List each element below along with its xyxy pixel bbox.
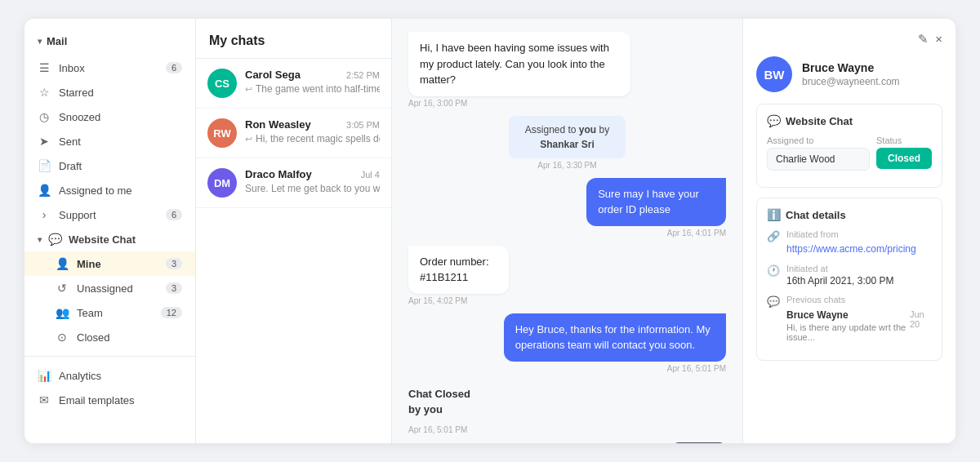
chat-info-ron: Ron Weasley 3:05 PM ↩ Hi, the recent mag… [245, 118, 380, 144]
sidebar: ▾ Mail ☰ Inbox 6 ☆ Starred ◷ Snoozed ➤ S… [24, 19, 196, 443]
chat-preview-ron: ↩ Hi, the recent magic spells don't s... [245, 133, 380, 144]
sidebar-title: Mail [47, 35, 67, 47]
sidebar-label-website-chat: Website Chat [69, 233, 136, 246]
avatar-carol: CS [207, 69, 237, 98]
close-icon[interactable]: × [935, 32, 942, 47]
sidebar-label-starred: Starred [59, 87, 94, 99]
support-badge: 6 [166, 209, 182, 220]
sidebar-item-sent[interactable]: ➤ Sent [24, 129, 195, 153]
sidebar-divider [24, 356, 195, 357]
chat-item-carol[interactable]: CS Carol Sega 2:52 PM ↩ The game went in… [196, 59, 391, 109]
chat-name-ron: Ron Weasley [245, 118, 311, 131]
initiated-at-row: 🕐 Initiated at 16th April 2021, 3:00 PM [767, 264, 932, 287]
sidebar-item-starred[interactable]: ☆ Starred [24, 80, 195, 104]
team-icon: 👥 [56, 306, 69, 319]
chat-info-title: 💬 Website Chat [767, 114, 932, 127]
msg-row-6: Chat Closed by you Apr 16, 5:01 PM [408, 381, 726, 434]
unassigned-badge: 3 [166, 282, 182, 294]
chat-name-row-draco: Draco Malfoy Jul 4 [245, 168, 380, 180]
chat-name-row-carol: Carol Sega 2:52 PM [245, 69, 380, 81]
chat-time-ron: 3:05 PM [346, 120, 380, 130]
link-icon: 🔗 [767, 230, 780, 242]
chat-info-carol: Carol Sega 2:52 PM ↩ The game went into … [245, 69, 380, 95]
chat-preview-draco: Sure. Let me get back to you with... [245, 183, 380, 194]
messages-area: Hi, I have been having some issues with … [392, 19, 742, 443]
conversation-panel: Hi, I have been having some issues with … [392, 19, 743, 443]
sidebar-label-closed: Closed [77, 331, 109, 344]
edit-icon[interactable]: ✎ [918, 32, 929, 47]
team-badge: 12 [161, 307, 182, 318]
msg-wrapper-6: Chat Closed by you Apr 16, 5:01 PM [408, 381, 507, 434]
assigned-to-value[interactable]: Charlie Wood [767, 148, 870, 171]
support-chevron-icon: › [38, 208, 51, 221]
msg-row-2: Assigned to you by Shankar Sri Apr 16, 3… [408, 116, 726, 170]
assign-bold: you [579, 124, 596, 135]
chat-item-ron[interactable]: RW Ron Weasley 3:05 PM ↩ Hi, the recent … [196, 109, 391, 158]
chat-item-draco[interactable]: DM Draco Malfoy Jul 4 Sure. Let me get b… [196, 158, 391, 208]
chat-preview-text-draco: Sure. Let me get back to you with... [245, 183, 380, 194]
chat-time-draco: Jul 4 [361, 170, 380, 180]
initiated-from-label: Initiated from [786, 229, 932, 239]
status-label: Status [876, 135, 932, 145]
chat-name-carol: Carol Sega [245, 69, 301, 81]
msg-row-7: CSAT sent Apr 16, 5:01 PM [408, 442, 726, 444]
chat-details-section: ℹ️ Chat details 🔗 Initiated from https:/… [756, 198, 942, 361]
contact-info: Bruce Wayne bruce@wayneent.com [802, 61, 900, 87]
initiated-from-content: Initiated from https://www.acme.com/pric… [786, 229, 932, 255]
msg-wrapper-4: Order number: #11B1211 Apr 16, 4:02 PM [408, 246, 551, 305]
sidebar-item-unassigned[interactable]: ↺ Unassigned 3 [24, 276, 195, 300]
chat-time-carol: 2:52 PM [346, 70, 380, 80]
chat-info-title-text: Website Chat [786, 115, 853, 127]
person-icon: 👤 [38, 184, 51, 197]
msg-bubble-2: Assigned to you by Shankar Sri [509, 116, 626, 158]
sidebar-label-unassigned: Unassigned [77, 282, 133, 295]
msg-bubble-4: Order number: #11B1211 [408, 246, 509, 294]
initiated-from-url[interactable]: https://www.acme.com/pricing [786, 243, 916, 255]
sidebar-item-mine[interactable]: 👤 Mine 3 [24, 251, 195, 276]
chats-panel: My chats CS Carol Sega 2:52 PM ↩ The gam… [196, 19, 392, 443]
analytics-icon: 📊 [38, 369, 51, 382]
time-icon: 🕐 [767, 264, 780, 277]
prev-chat-name: Bruce Wayne [786, 309, 910, 321]
sidebar-label-analytics: Analytics [59, 370, 101, 382]
closed-icon: ⊙ [56, 331, 69, 344]
prev-chat-item: Bruce Wayne Hi, is there any update wrt … [786, 309, 932, 342]
sidebar-item-analytics[interactable]: 📊 Analytics [24, 363, 195, 388]
sidebar-label-snoozed: Snoozed [59, 111, 100, 123]
inbox-badge: 6 [166, 62, 182, 73]
detail-header: ✎ × [756, 32, 942, 47]
sidebar-item-assigned[interactable]: 👤 Assigned to me [24, 178, 195, 202]
detail-panel: ✎ × BW Bruce Wayne bruce@wayneent.com 💬 … [743, 19, 956, 443]
sidebar-item-closed[interactable]: ⊙ Closed [24, 325, 195, 349]
chat-info-section: 💬 Website Chat Assigned to Charlie Wood … [756, 104, 942, 188]
sidebar-item-team[interactable]: 👥 Team 12 [24, 300, 195, 325]
chats-header: My chats [196, 19, 391, 59]
sidebar-label-draft: Draft [59, 160, 82, 172]
chat-history-icon: 💬 [767, 295, 780, 308]
sidebar-item-website-chat[interactable]: ▾ 💬 Website Chat [24, 227, 195, 251]
chat-preview-text-ron: Hi, the recent magic spells don't s... [256, 133, 380, 144]
inbox-icon: ☰ [38, 61, 51, 74]
sidebar-item-email-templates[interactable]: ✉ Email templates [24, 388, 195, 412]
msg-wrapper-3: Sure may I have your order ID please Apr… [527, 178, 726, 238]
status-field: Status Closed [876, 135, 932, 171]
sidebar-label-email-templates: Email templates [59, 394, 134, 406]
chat-preview-carol: ↩ The game went into half-time... [245, 83, 380, 95]
chat-info-draco: Draco Malfoy Jul 4 Sure. Let me get back… [245, 168, 380, 194]
unassigned-icon: ↺ [56, 282, 69, 295]
msg-time-5: Apr 16, 5:01 PM [667, 364, 726, 373]
initiated-at-value: 16th April 2021, 3:00 PM [786, 275, 932, 287]
sidebar-item-snoozed[interactable]: ◷ Snoozed [24, 104, 195, 129]
prev-chat-info: Bruce Wayne Hi, is there any update wrt … [786, 309, 910, 342]
sidebar-item-support[interactable]: › Support 6 [24, 202, 195, 227]
initiated-at-label: Initiated at [786, 264, 932, 273]
msg-time-3: Apr 16, 4:01 PM [667, 229, 726, 238]
chat-details-title: ℹ️ Chat details [767, 208, 932, 221]
msg-time-6: Apr 16, 5:01 PM [408, 425, 467, 434]
assign-by: Shankar Sri [540, 139, 595, 150]
status-badge[interactable]: Closed [876, 148, 932, 169]
msg-row-1: Hi, I have been having some issues with … [408, 32, 726, 108]
sidebar-item-inbox[interactable]: ☰ Inbox 6 [24, 56, 195, 80]
sidebar-item-draft[interactable]: 📄 Draft [24, 153, 195, 178]
msg-wrapper-5: Hey Bruce, thanks for the information. M… [408, 313, 726, 373]
